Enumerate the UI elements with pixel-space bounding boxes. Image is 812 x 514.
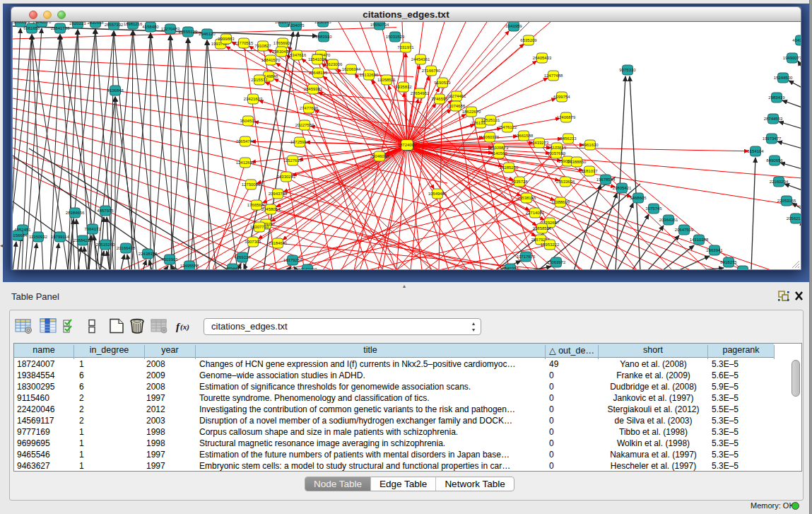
- svg-text:20562129: 20562129: [787, 216, 801, 221]
- svg-text:9075310: 9075310: [619, 68, 636, 72]
- svg-text:4961630: 4961630: [582, 143, 599, 147]
- svg-text:11058511: 11058511: [377, 78, 396, 82]
- svg-text:19678574: 19678574: [596, 177, 616, 182]
- svg-text:11541029: 11541029: [308, 57, 327, 62]
- svg-text:9335812: 9335812: [395, 85, 412, 89]
- svg-text:18841570: 18841570: [261, 58, 281, 62]
- svg-text:27166740: 27166740: [422, 69, 441, 73]
- svg-text:7303905: 7303905: [161, 257, 178, 262]
- svg-text:10717675: 10717675: [517, 255, 536, 259]
- svg-text:20555120: 20555120: [179, 30, 198, 34]
- svg-text:15550734: 15550734: [370, 23, 389, 27]
- svg-text:28557392: 28557392: [105, 23, 124, 27]
- svg-text:11527619: 11527619: [283, 158, 302, 163]
- svg-text:10549441: 10549441: [428, 192, 447, 196]
- svg-text:19725914: 19725914: [290, 140, 310, 144]
- svg-text:12525131: 12525131: [481, 118, 500, 122]
- svg-text:(x): (x): [180, 322, 189, 332]
- svg-text:19799114: 19799114: [51, 235, 70, 239]
- svg-text:17656906: 17656906: [273, 41, 293, 45]
- svg-text:23421603: 23421603: [244, 97, 263, 101]
- svg-text:8204075: 8204075: [288, 23, 305, 28]
- svg-text:9190519: 9190519: [434, 81, 451, 85]
- svg-text:13270483: 13270483: [161, 27, 180, 31]
- svg-text:11074688: 11074688: [447, 104, 466, 108]
- svg-text:23884213: 23884213: [73, 238, 93, 243]
- svg-text:12412612: 12412612: [236, 160, 255, 165]
- svg-text:25533636: 25533636: [556, 180, 575, 184]
- svg-text:22160294: 22160294: [770, 180, 789, 184]
- svg-text:21433273: 21433273: [530, 141, 549, 145]
- svg-text:19973477: 19973477: [763, 136, 782, 141]
- svg-text:24330241: 24330241: [277, 175, 296, 179]
- svg-text:3181037: 3181037: [581, 169, 598, 173]
- svg-text:24538166: 24538166: [517, 196, 536, 200]
- svg-text:4140560: 4140560: [490, 151, 507, 156]
- svg-text:28459381: 28459381: [304, 87, 323, 91]
- svg-text:2315577: 2315577: [251, 78, 268, 82]
- svg-text:3456213: 3456213: [560, 136, 577, 141]
- svg-text:20227559: 20227559: [295, 123, 314, 127]
- svg-text:29184641: 29184641: [269, 241, 288, 245]
- svg-text:20458054: 20458054: [261, 207, 281, 211]
- svg-text:18981216: 18981216: [124, 22, 143, 26]
- svg-text:4158480: 4158480: [142, 25, 159, 29]
- svg-text:20943743: 20943743: [269, 192, 288, 196]
- svg-text:20274461: 20274461: [447, 94, 466, 98]
- svg-text:12477488: 12477488: [544, 74, 563, 78]
- svg-text:3430558: 3430558: [87, 22, 104, 25]
- svg-text:27477606: 27477606: [300, 106, 319, 110]
- svg-text:2663941: 2663941: [706, 248, 723, 252]
- svg-text:16623006: 16623006: [324, 62, 343, 66]
- svg-text:2946120: 2946120: [199, 32, 216, 36]
- svg-text:12750036: 12750036: [242, 182, 261, 187]
- svg-text:3746598: 3746598: [431, 97, 448, 101]
- svg-text:6535209: 6535209: [520, 38, 537, 42]
- svg-text:7031971: 7031971: [397, 45, 414, 49]
- svg-text:15953222: 15953222: [541, 243, 560, 247]
- svg-text:2258145: 2258145: [314, 22, 331, 24]
- svg-text:29805421: 29805421: [613, 186, 632, 190]
- svg-text:5154104: 5154104: [747, 149, 764, 153]
- svg-text:19379254: 19379254: [283, 258, 302, 262]
- svg-text:22714041: 22714041: [526, 211, 545, 215]
- svg-text:15063972: 15063972: [547, 260, 566, 264]
- svg-text:16307710: 16307710: [250, 225, 269, 229]
- svg-text:3075745: 3075745: [645, 206, 662, 211]
- svg-text:14310388: 14310388: [690, 238, 709, 242]
- svg-text:10057659: 10057659: [547, 151, 566, 156]
- svg-text:20515263: 20515263: [96, 243, 115, 247]
- svg-text:13132690: 13132690: [360, 73, 379, 77]
- svg-text:26405433: 26405433: [533, 56, 552, 60]
- svg-text:11388699: 11388699: [551, 200, 570, 204]
- svg-text:17406879: 17406879: [557, 115, 576, 119]
- svg-text:10661588: 10661588: [514, 134, 534, 138]
- svg-text:2999883: 2999883: [218, 37, 235, 41]
- svg-text:6099754: 6099754: [553, 95, 570, 99]
- svg-text:5468605: 5468605: [630, 196, 647, 200]
- svg-text:15244500: 15244500: [774, 76, 793, 80]
- svg-text:7910827: 7910827: [254, 44, 271, 48]
- svg-text:14248078: 14248078: [33, 22, 52, 24]
- svg-text:3343959: 3343959: [505, 24, 522, 28]
- svg-text:20156684: 20156684: [13, 233, 28, 238]
- svg-text:4269227: 4269227: [234, 255, 251, 259]
- svg-text:24388850: 24388850: [567, 160, 587, 164]
- svg-text:20166438: 20166438: [117, 246, 136, 250]
- svg-text:11350932: 11350932: [29, 235, 48, 239]
- svg-text:3883910: 3883910: [315, 35, 332, 39]
- svg-text:2563055: 2563055: [734, 269, 751, 271]
- svg-text:25476122: 25476122: [498, 125, 517, 129]
- svg-text:16206344: 16206344: [342, 67, 361, 71]
- svg-text:23285250: 23285250: [500, 165, 519, 170]
- svg-text:24454361: 24454361: [411, 57, 430, 62]
- svg-text:28744553: 28744553: [764, 117, 783, 121]
- svg-text:23858526: 23858526: [533, 226, 552, 230]
- svg-text:3035728: 3035728: [511, 180, 528, 184]
- svg-text:19490077: 19490077: [783, 56, 801, 60]
- svg-text:15031529: 15031529: [386, 35, 405, 39]
- svg-text:3106848: 3106848: [107, 88, 124, 93]
- svg-text:8418275: 8418275: [720, 260, 737, 264]
- svg-text:8490656: 8490656: [766, 158, 783, 163]
- svg-text:18724007: 18724007: [398, 143, 417, 147]
